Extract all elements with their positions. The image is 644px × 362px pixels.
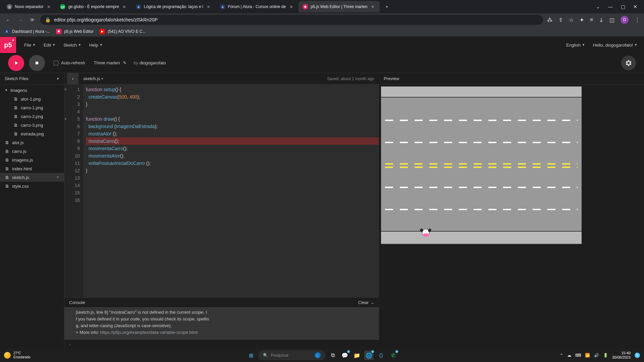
user-greeting[interactable]: Hello, diogogarofalo!▼ bbox=[593, 43, 637, 48]
preview-label: Preview bbox=[379, 73, 644, 84]
console-link[interactable]: https://p5js.org/examples/data-variable-… bbox=[100, 330, 198, 335]
maximize-button[interactable]: ▢ bbox=[621, 4, 625, 9]
close-window-button[interactable]: ✕ bbox=[633, 4, 637, 9]
sidebar-header[interactable]: Sketch Files ▼ bbox=[0, 73, 64, 84]
bookmark-item[interactable]: aDashboard | Alura -... bbox=[4, 29, 50, 34]
player-sprite bbox=[421, 229, 431, 238]
file-item[interactable]: 🗎style.css bbox=[0, 182, 64, 190]
volume-icon[interactable]: 🔊 bbox=[594, 353, 599, 358]
bookmark-item[interactable]: ✱p5.js Web Editor bbox=[56, 29, 94, 34]
file-item[interactable]: 🗎carro-3.png bbox=[0, 121, 64, 129]
chevron-down-icon: ▼ bbox=[5, 88, 8, 92]
file-icon: 🗎 bbox=[5, 158, 9, 163]
file-explorer-icon[interactable]: 📁 bbox=[352, 351, 362, 360]
p5-toolbar: Auto-refresh Three marten ✎ by diogogaro… bbox=[0, 53, 644, 73]
star-icon[interactable]: ☆ bbox=[569, 17, 574, 23]
menu-sketch[interactable]: Sketch▼ bbox=[63, 43, 81, 48]
reload-button[interactable]: ⟳ bbox=[28, 16, 36, 24]
back-button[interactable]: ← bbox=[4, 16, 12, 24]
battery-icon[interactable]: 🔋 bbox=[603, 353, 608, 358]
kebab-menu-icon[interactable]: ⋮ bbox=[635, 17, 640, 23]
console-output[interactable]: [sketch.js, line 8] "mostraCarro" is not… bbox=[64, 308, 379, 340]
notifications-icon[interactable]: 5 bbox=[635, 353, 640, 358]
clock[interactable]: 15:40 30/08/2023 bbox=[612, 351, 631, 360]
auto-refresh-checkbox[interactable] bbox=[54, 61, 58, 65]
address-bar[interactable]: 🔒 editor.p5js.org/diogogarofalo/sketches… bbox=[40, 15, 543, 25]
chevron-down-icon[interactable]: ⌄ bbox=[596, 4, 600, 9]
menu-file[interactable]: File▼ bbox=[24, 43, 36, 48]
file-item[interactable]: 🗎sketch.js▼ bbox=[0, 173, 64, 182]
close-icon[interactable]: ✕ bbox=[46, 4, 51, 9]
chat-icon[interactable]: 💬 bbox=[340, 351, 350, 360]
editor-tab[interactable]: sketch.js● bbox=[78, 73, 108, 84]
file-icon: 🗎 bbox=[5, 184, 9, 189]
whatsapp-icon[interactable]: ✆ bbox=[388, 351, 398, 360]
file-item[interactable]: 🗎carro-1.png bbox=[0, 103, 64, 112]
file-item[interactable]: 🗎carro-2.png bbox=[0, 112, 64, 121]
pencil-icon[interactable]: ✎ bbox=[123, 60, 126, 65]
bookmarks-bar: aDashboard | Alura -...✱p5.js Web Editor… bbox=[0, 26, 644, 37]
file-item[interactable]: 🗎carro.js bbox=[0, 147, 64, 156]
weather-widget[interactable]: 27°C Ensolarado bbox=[4, 351, 31, 359]
profile-avatar[interactable]: D bbox=[621, 16, 629, 24]
copilot-icon[interactable]: ◐ bbox=[315, 352, 321, 358]
download-icon[interactable]: ⤓ bbox=[599, 17, 603, 23]
onedrive-icon[interactable]: ☁ bbox=[567, 353, 571, 358]
menu-edit[interactable]: Edit▼ bbox=[44, 43, 55, 48]
extensions-icon[interactable]: ✦ bbox=[580, 17, 584, 23]
p5-logo[interactable]: p5 bbox=[0, 37, 16, 53]
vscode-icon[interactable]: ⟨⟩ bbox=[376, 351, 386, 360]
file-icon: 🗎 bbox=[13, 123, 18, 128]
file-item[interactable]: 🗎imagens.js bbox=[0, 156, 64, 164]
console-clear-button[interactable]: Clear⌄ bbox=[358, 300, 374, 305]
share-icon[interactable]: ⇪ bbox=[558, 17, 563, 23]
folder-item[interactable]: ▼Imagens bbox=[0, 86, 64, 95]
chevron-down-icon: ⌄ bbox=[371, 300, 374, 305]
menu-help[interactable]: Help▼ bbox=[89, 43, 103, 48]
code-editor[interactable]: ▼1234▼5678910111213141516 function setup… bbox=[64, 84, 379, 297]
windows-taskbar: 27°C Ensolarado ⊞ 🔍 Pesquisar ◐ ⧉ 💬 📁 🌐 … bbox=[0, 349, 644, 362]
translate-icon[interactable]: ⁂ bbox=[547, 17, 552, 23]
close-icon[interactable]: ✕ bbox=[122, 4, 127, 9]
task-view-icon[interactable]: ⧉ bbox=[328, 351, 337, 360]
file-item[interactable]: 🗎ator.js bbox=[0, 138, 64, 147]
file-item[interactable]: 🗎ator-1.png bbox=[0, 95, 64, 103]
p5-main: Sketch Files ▼ ▼Imagens🗎ator-1.png🗎carro… bbox=[0, 73, 644, 349]
start-button[interactable]: ⊞ bbox=[246, 351, 256, 360]
p5-header: p5 File▼ Edit▼ Sketch▼ Help▼ English▼ He… bbox=[0, 37, 644, 53]
close-icon[interactable]: ✕ bbox=[370, 4, 376, 9]
language-selector[interactable]: English▼ bbox=[566, 43, 585, 48]
browser-tab[interactable]: ◎ Novo separador ✕ bbox=[3, 1, 55, 12]
file-item[interactable]: 🗎estrada.png bbox=[0, 129, 64, 138]
browser-tab[interactable]: a Lógica de programação: laços e l ✕ bbox=[132, 1, 215, 12]
chevron-down-icon[interactable]: ▼ bbox=[56, 176, 59, 179]
chrome-icon[interactable]: 🌐 bbox=[364, 351, 374, 360]
close-icon[interactable]: ✕ bbox=[206, 4, 211, 9]
console-prompt[interactable]: › bbox=[64, 340, 379, 349]
sidepanel-icon[interactable]: ◫ bbox=[609, 17, 614, 23]
save-status: Saved: about 1 month ago bbox=[327, 76, 379, 81]
chevron-up-icon[interactable]: ⌃ bbox=[560, 353, 563, 358]
keyboard-icon[interactable]: ⌨ bbox=[575, 353, 581, 358]
sketch-name: Three marten bbox=[94, 60, 120, 65]
bookmark-item[interactable]: ▶(541) AO VIVO E C... bbox=[100, 29, 146, 34]
chevron-down-icon[interactable]: ▼ bbox=[56, 77, 59, 80]
taskbar-search[interactable]: 🔍 Pesquisar ◐ bbox=[258, 350, 325, 360]
svg-rect-0 bbox=[36, 62, 38, 64]
gear-icon[interactable] bbox=[621, 56, 636, 70]
forward-button[interactable]: → bbox=[16, 16, 24, 24]
wifi-icon[interactable]: 📶 bbox=[585, 353, 590, 358]
close-icon[interactable]: ✕ bbox=[288, 4, 294, 9]
browser-tab[interactable]: ge ge.globo - É esporte sempre ✕ bbox=[56, 1, 131, 12]
file-sidebar: Sketch Files ▼ ▼Imagens🗎ator-1.png🗎carro… bbox=[0, 73, 64, 349]
browser-toolbar: ← → ⟳ 🔒 editor.p5js.org/diogogarofalo/sk… bbox=[0, 13, 644, 26]
reading-list-icon[interactable]: ≡ bbox=[590, 17, 593, 23]
minimize-button[interactable]: ― bbox=[608, 4, 613, 9]
browser-tab[interactable]: ✱ p5.js Web Editor | Three marten ✕ bbox=[299, 1, 379, 12]
collapse-sidebar-button[interactable]: ‹ bbox=[67, 73, 78, 84]
file-item[interactable]: 🗎index.html bbox=[0, 164, 64, 173]
stop-button[interactable] bbox=[29, 55, 45, 71]
browser-tab[interactable]: a Fórum | Alura - Cursos online de ✕ bbox=[216, 1, 298, 12]
new-tab-button[interactable]: ＋ bbox=[382, 2, 392, 11]
play-button[interactable] bbox=[8, 55, 24, 71]
